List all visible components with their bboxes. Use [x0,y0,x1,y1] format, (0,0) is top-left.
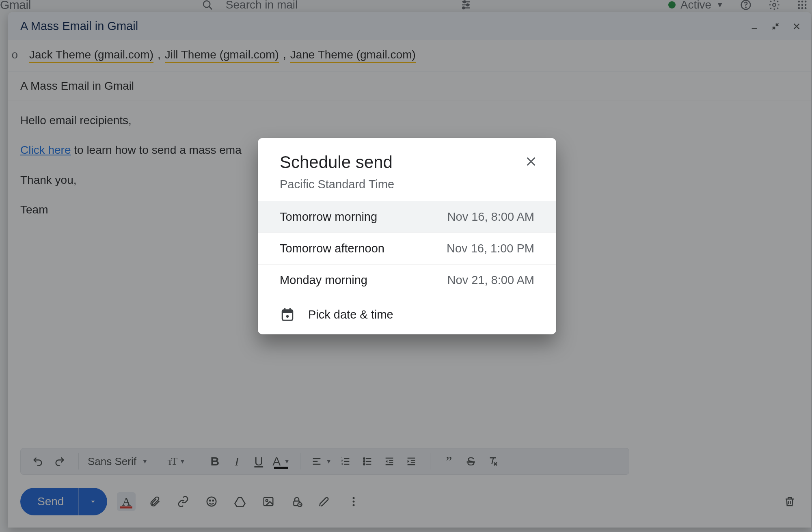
send-more-button[interactable] [78,488,107,515]
search-placeholder: Search in mail [226,0,298,11]
gmail-top-bar: Gmail Search in mail Active ▼ [0,0,812,10]
apps-grid-icon[interactable] [797,0,808,11]
svg-text:1: 1 [341,457,343,460]
svg-point-56 [266,500,268,502]
indent-less-button[interactable] [381,452,397,470]
pick-date-time-button[interactable]: Pick date & time [258,296,556,334]
svg-point-5 [464,1,466,3]
schedule-option-list: Tomorrow morning Nov 16, 8:00 AM Tomorro… [258,201,556,296]
font-family-select[interactable]: Sans Serif ▼ [85,455,150,468]
svg-point-51 [207,497,216,506]
close-icon [525,155,538,168]
discard-draft-button[interactable] [780,492,799,511]
body-greeting: Hello email recipients, [20,112,799,129]
to-field[interactable]: o Jack Theme (gmail.com), Jill Theme (gm… [8,40,811,71]
search-icon [201,0,214,11]
format-toolbar: Sans Serif ▼ тT ▼ B I U A ▼ ▼ 123 ” S [20,448,629,475]
dialog-header: Schedule send Pacific Standard Time [258,138,556,201]
status-chip[interactable]: Active ▼ [668,0,723,11]
svg-point-10 [773,3,776,6]
insert-link-button[interactable] [174,492,192,511]
text-color-button[interactable]: A [117,492,136,511]
close-button[interactable] [791,21,802,32]
svg-point-36 [363,461,365,462]
send-button[interactable]: Send [20,488,78,515]
calendar-icon [280,307,295,322]
schedule-option[interactable]: Tomorrow morning Nov 16, 8:00 AM [258,201,556,233]
svg-point-35 [363,458,365,459]
dialog-subtitle: Pacific Standard Time [280,178,536,191]
schedule-option[interactable]: Tomorrow afternoon Nov 16, 1:00 PM [258,233,556,264]
exit-fullscreen-button[interactable] [770,21,781,32]
text-color-button[interactable]: A ▼ [272,452,289,470]
font-size-button[interactable]: тT ▼ [168,452,185,470]
svg-point-12 [801,1,803,3]
dialog-close-button[interactable] [522,153,540,170]
schedule-option-datetime: Nov 16, 8:00 AM [447,210,534,224]
more-options-button[interactable] [344,492,363,511]
gmail-brand: Gmail [0,0,31,12]
svg-point-52 [209,500,211,501]
schedule-option[interactable]: Monday morning Nov 21, 8:00 AM [258,264,556,296]
quote-button[interactable]: ” [441,452,457,470]
svg-point-9 [745,7,746,8]
search-box[interactable]: Search in mail [201,0,298,11]
confidential-mode-button[interactable] [287,492,306,511]
chevron-down-icon: ▼ [326,458,332,465]
insert-photo-button[interactable] [259,492,278,511]
compose-action-bar: Send A [8,482,811,528]
pick-date-time-label: Pick date & time [308,308,393,321]
svg-point-15 [801,4,803,6]
schedule-option-label: Monday morning [280,274,367,287]
svg-text:3: 3 [341,463,343,465]
bold-button[interactable]: B [207,452,223,470]
svg-line-60 [300,505,301,505]
svg-marker-50 [91,501,95,503]
recipient-chip[interactable]: Jill Theme (gmail.com) [165,48,279,63]
numbered-list-button[interactable]: 123 [337,452,354,470]
clear-formatting-button[interactable] [485,452,501,470]
svg-point-6 [467,4,469,6]
bulleted-list-button[interactable] [359,452,376,470]
svg-marker-42 [385,460,387,463]
align-button[interactable]: ▼ [311,452,331,470]
send-label: Send [37,495,64,508]
gear-icon[interactable] [768,0,780,11]
svg-point-63 [353,504,355,506]
tune-icon[interactable] [460,0,472,11]
svg-marker-54 [235,498,245,507]
svg-rect-71 [289,308,291,311]
svg-rect-70 [284,308,285,311]
svg-point-7 [463,7,465,9]
strikethrough-button[interactable]: S [463,452,479,470]
svg-point-62 [353,501,355,503]
toolbar-separator [300,453,300,470]
chevron-down-icon: ▼ [179,458,185,465]
chevron-down-icon [89,498,97,505]
attach-file-button[interactable] [145,492,164,511]
subject-text: A Mass Email in Gmail [20,80,134,93]
minimize-button[interactable] [749,21,760,32]
svg-point-37 [363,463,365,465]
svg-point-72 [286,315,289,318]
underline-button[interactable]: U [251,452,267,470]
help-icon[interactable] [740,0,752,11]
indent-more-button[interactable] [403,452,419,470]
subject-field[interactable]: A Mass Email in Gmail [8,71,811,101]
recipient-chip[interactable]: Jack Theme (gmail.com) [29,48,153,63]
insert-emoji-button[interactable] [202,492,221,511]
schedule-option-datetime: Nov 21, 8:00 AM [447,274,534,287]
insert-drive-button[interactable] [231,492,249,511]
insert-signature-button[interactable] [316,492,335,511]
svg-line-1 [209,6,212,9]
recipient-chip[interactable]: Jane Theme (gmail.com) [290,48,416,63]
redo-button[interactable] [52,452,68,470]
italic-button[interactable]: I [229,452,245,470]
to-label-fragment: o [9,48,18,63]
font-name: Sans Serif [88,455,136,468]
body-link[interactable]: Click here [20,144,71,156]
svg-point-53 [213,500,214,501]
svg-point-17 [798,7,800,9]
undo-button[interactable] [30,452,46,470]
svg-point-0 [203,1,210,7]
